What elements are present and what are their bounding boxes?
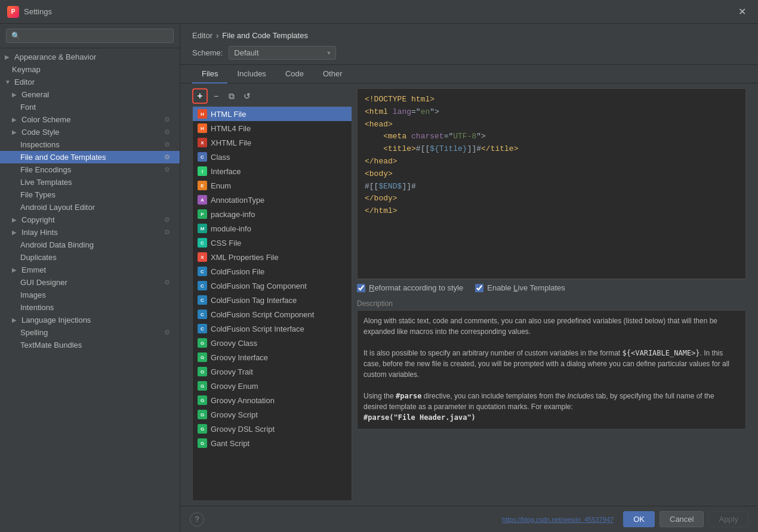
file-item-label: Groovy Enum xyxy=(211,382,258,391)
sidebar-item-label: Editor xyxy=(14,78,35,86)
app-icon: P xyxy=(7,6,19,18)
search-input[interactable] xyxy=(6,29,174,43)
enum-icon: E xyxy=(198,181,207,190)
file-item-label: XHTML File xyxy=(211,138,251,147)
tab-includes[interactable]: Includes xyxy=(227,65,275,83)
sidebar-item-codestyle[interactable]: ▶ Code Style ⚙ xyxy=(0,126,180,138)
cf-icon: C xyxy=(198,295,207,305)
sidebar-item-inspections[interactable]: Inspections ⚙ xyxy=(0,138,180,151)
annotation-icon: A xyxy=(198,195,207,205)
tabs-row: Files Includes Code Other xyxy=(180,65,758,83)
sidebar-item-appearance[interactable]: ▶ Appearance & Behavior xyxy=(0,51,180,63)
sidebar-item-androidlayout[interactable]: Android Layout Editor xyxy=(0,201,180,214)
reformat-checkbox-input[interactable] xyxy=(357,284,365,292)
add-template-button[interactable]: + xyxy=(192,88,208,104)
list-item[interactable]: X XML Properties File xyxy=(193,250,352,264)
ok-button[interactable]: OK xyxy=(623,511,655,527)
sidebar-item-inlayhints[interactable]: ▶ Inlay Hints ⚙ xyxy=(0,226,180,239)
sidebar-item-label: Intentions xyxy=(20,303,54,312)
reformat-checkbox[interactable]: Reformat according to style xyxy=(357,283,463,292)
livetemplates-checkbox[interactable]: Enable Live Templates xyxy=(475,283,565,292)
sidebar-item-livetemplates[interactable]: Live Templates xyxy=(0,176,180,188)
file-item-label: package-info xyxy=(211,210,255,219)
list-item[interactable]: C ColdFusion Tag Interface xyxy=(193,293,352,307)
list-item[interactable]: C ColdFusion Script Interface xyxy=(193,321,352,336)
help-button[interactable]: ? xyxy=(190,512,204,527)
file-item-label: ColdFusion Tag Interface xyxy=(211,296,297,305)
sidebar-item-colorscheme[interactable]: ▶ Color Scheme ⚙ xyxy=(0,113,180,126)
list-item[interactable]: G Gant Script xyxy=(193,436,352,450)
list-item[interactable]: I Interface xyxy=(193,164,352,178)
list-item[interactable]: P package-info xyxy=(193,207,352,221)
groovy-icon: G xyxy=(198,381,207,391)
file-item-label: Groovy Trait xyxy=(211,367,253,376)
file-item-label: XML Properties File xyxy=(211,253,279,262)
list-item[interactable]: G Groovy Interface xyxy=(193,350,352,364)
sidebar-item-images[interactable]: Images xyxy=(0,289,180,301)
livetemplates-label: Enable Live Templates xyxy=(487,283,565,292)
groovy-icon: G xyxy=(198,424,207,434)
tab-code[interactable]: Code xyxy=(276,65,313,83)
sidebar-item-filetypes[interactable]: File Types xyxy=(0,188,180,201)
file-item-label: HTML4 File xyxy=(211,124,251,133)
sidebar-item-label: File Types xyxy=(20,190,56,199)
sidebar-item-fileandcode[interactable]: File and Code Templates ⚙ xyxy=(0,151,180,163)
description-section: Description Along with static text, code… xyxy=(357,299,746,429)
sidebar-item-general[interactable]: ▶ General xyxy=(0,88,180,101)
sidebar-item-label: General xyxy=(21,90,49,99)
list-item[interactable]: G Groovy Annotation xyxy=(193,393,352,407)
close-button[interactable]: ✕ xyxy=(734,4,751,20)
list-item[interactable]: C CSS File xyxy=(193,236,352,250)
settings-icon: ⚙ xyxy=(164,216,174,224)
breadcrumb: Editor › File and Code Templates xyxy=(192,31,746,40)
breadcrumb-separator: › xyxy=(216,31,218,40)
remove-template-button[interactable]: − xyxy=(209,89,223,103)
reset-template-button[interactable]: ↺ xyxy=(240,89,254,103)
html4-file-icon: H xyxy=(198,123,207,133)
sidebar-item-copyright[interactable]: ▶ Copyright ⚙ xyxy=(0,214,180,226)
list-item[interactable]: G Groovy Enum xyxy=(193,379,352,393)
cancel-button[interactable]: Cancel xyxy=(660,511,704,527)
list-item[interactable]: X XHTML File xyxy=(193,135,352,150)
list-item[interactable]: G Groovy Class xyxy=(193,336,352,350)
sidebar-item-spelling[interactable]: Spelling ⚙ xyxy=(0,326,180,339)
sidebar-item-keymap[interactable]: Keymap xyxy=(0,63,180,76)
list-item[interactable]: G Groovy DSL Script xyxy=(193,422,352,436)
sidebar-item-font[interactable]: Font xyxy=(0,101,180,113)
apply-button[interactable]: Apply xyxy=(708,511,748,527)
sidebar-item-emmet[interactable]: ▶ Emmet xyxy=(0,264,180,276)
interface-icon: I xyxy=(198,166,207,176)
list-item[interactable]: C ColdFusion Script Component xyxy=(193,307,352,321)
tab-other[interactable]: Other xyxy=(313,65,352,83)
list-item[interactable]: C ColdFusion File xyxy=(193,264,352,279)
sidebar-item-guidesigner[interactable]: GUI Designer ⚙ xyxy=(0,276,180,289)
chevron-right-icon: ▶ xyxy=(12,216,19,223)
list-item[interactable]: A AnnotationType xyxy=(193,193,352,207)
list-item[interactable]: E Enum xyxy=(193,178,352,193)
code-editor[interactable]: <!DOCTYPE html> <html lang="en"> <head> … xyxy=(357,88,746,279)
copy-template-button[interactable]: ⧉ xyxy=(224,89,239,103)
livetemplates-checkbox-input[interactable] xyxy=(475,284,483,292)
sidebar-item-langinjections[interactable]: ▶ Language Injections xyxy=(0,314,180,326)
list-item[interactable]: H HTML File xyxy=(193,107,352,121)
sidebar-item-label: Android Data Binding xyxy=(20,240,94,249)
sidebar-item-androiddata[interactable]: Android Data Binding xyxy=(0,239,180,251)
sidebar-item-intentions[interactable]: Intentions xyxy=(0,301,180,314)
file-item-label: Class xyxy=(211,153,230,162)
sidebar-item-duplicates[interactable]: Duplicates xyxy=(0,251,180,264)
chevron-right-icon: ▶ xyxy=(12,91,19,98)
class-icon: C xyxy=(198,152,207,162)
breadcrumb-parent: Editor xyxy=(192,31,212,40)
list-item[interactable]: C Class xyxy=(193,150,352,164)
sidebar-item-editor[interactable]: ▼ Editor xyxy=(0,76,180,88)
list-item[interactable]: G Groovy Trait xyxy=(193,364,352,379)
sidebar-item-fileencodings[interactable]: File Encodings ⚙ xyxy=(0,163,180,176)
sidebar-item-label: Keymap xyxy=(12,65,41,74)
scheme-dropdown[interactable]: Default Project xyxy=(229,46,336,60)
sidebar-item-textmate[interactable]: TextMate Bundles xyxy=(0,339,180,351)
list-item[interactable]: C ColdFusion Tag Component xyxy=(193,279,352,293)
tab-files[interactable]: Files xyxy=(192,65,227,83)
list-item[interactable]: M module-info xyxy=(193,221,352,236)
list-item[interactable]: H HTML4 File xyxy=(193,121,352,135)
list-item[interactable]: G Groovy Script xyxy=(193,407,352,422)
